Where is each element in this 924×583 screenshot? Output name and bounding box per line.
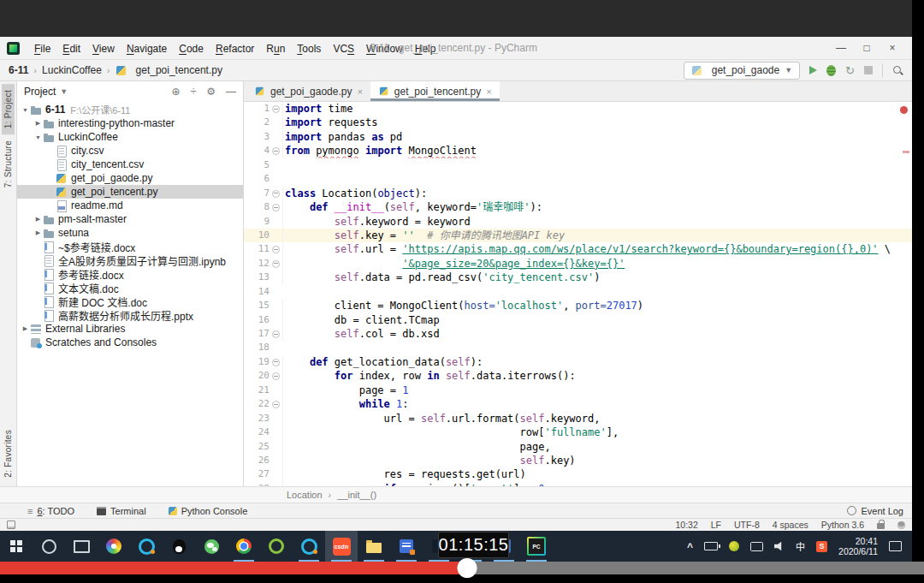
code-line-19[interactable]: 19 def get_location_data(self): bbox=[244, 355, 912, 369]
tree-item[interactable]: 参考链接.docx bbox=[17, 267, 243, 281]
status-item[interactable]: LF bbox=[711, 520, 721, 530]
tab-close-icon[interactable]: × bbox=[357, 86, 362, 97]
breadcrumb-item[interactable]: 6-11 bbox=[9, 64, 28, 76]
fold-marker-icon[interactable] bbox=[272, 246, 280, 253]
breadcrumb-item[interactable]: get_poi_tencent.py bbox=[136, 64, 222, 76]
gear-icon[interactable]: ⚙ bbox=[206, 86, 216, 98]
editor-breadcrumb-item[interactable]: Location bbox=[287, 490, 323, 500]
tree-item[interactable]: get_poi_gaode.py bbox=[17, 171, 243, 185]
expander-open-icon[interactable]: ▼ bbox=[33, 134, 43, 140]
taskbar-file-explorer[interactable] bbox=[358, 531, 390, 562]
search-everywhere-icon[interactable] bbox=[892, 65, 903, 76]
event-log-button[interactable]: Event Log bbox=[847, 506, 903, 516]
ime-indicator[interactable]: 中 bbox=[796, 539, 805, 553]
status-item[interactable]: 4 spaces bbox=[773, 520, 808, 530]
code-line-10[interactable]: 10 self.key = '' # 你申请的腾讯地图API key bbox=[244, 229, 912, 242]
taskbar-green-ring-app[interactable] bbox=[260, 531, 293, 562]
fold-marker-icon[interactable] bbox=[272, 359, 280, 366]
code-line-21[interactable]: 21 page = 1 bbox=[244, 384, 912, 397]
taskbar-pycharm[interactable]: PC bbox=[520, 531, 553, 562]
menu-file[interactable]: File bbox=[28, 43, 56, 55]
tree-item[interactable]: readme.md bbox=[17, 199, 243, 212]
code-line-4[interactable]: 4from pymongo import MongoClient bbox=[244, 144, 912, 158]
taskbar-csdn[interactable]: csdn bbox=[325, 531, 358, 562]
toolwindow-button-structure[interactable]: 7: Structure bbox=[2, 134, 15, 193]
seekbar-handle[interactable] bbox=[458, 558, 477, 578]
tab-close-icon[interactable]: × bbox=[486, 86, 491, 97]
error-stripe-mark[interactable] bbox=[903, 151, 909, 153]
minimize-button[interactable]: — bbox=[828, 42, 854, 54]
tree-item[interactable]: 新建 DOC 文档.doc bbox=[17, 294, 243, 308]
tree-item[interactable]: 文本文稿.doc bbox=[17, 281, 243, 294]
code-line-24[interactable]: 24 row['fullname'], bbox=[244, 425, 912, 439]
lock-icon[interactable] bbox=[877, 523, 885, 529]
debug-button[interactable] bbox=[826, 65, 836, 76]
breadcrumb-item[interactable]: LuckinCoffee bbox=[42, 64, 102, 76]
code-line-3[interactable]: 3import pandas as pd bbox=[244, 130, 912, 144]
code-line-22[interactable]: 22 while 1: bbox=[244, 397, 912, 411]
error-indicator-icon[interactable] bbox=[900, 106, 908, 114]
toolwindow-button-project[interactable]: 1: Project bbox=[2, 84, 15, 134]
taskbar-q-app-2[interactable] bbox=[293, 531, 325, 562]
code-line-8[interactable]: 8 def __init__(self, keyword='瑞幸咖啡'): bbox=[244, 200, 912, 214]
code-line-28[interactable]: 28 if res.json()['count'] > 0: bbox=[244, 482, 912, 486]
sogou-input-icon[interactable]: S bbox=[816, 541, 827, 552]
tree-item[interactable]: ▼LuckinCoffee bbox=[17, 130, 243, 144]
tree-item[interactable]: city_tencent.csv bbox=[17, 158, 243, 171]
expander-open-icon[interactable]: ▼ bbox=[21, 107, 30, 113]
code-line-14[interactable]: 14 bbox=[244, 285, 912, 299]
code-line-5[interactable]: 5 bbox=[244, 158, 912, 172]
code-line-9[interactable]: 9 self.keyword = keyword bbox=[244, 215, 912, 229]
code-area[interactable]: 1import time2import requests3import pand… bbox=[244, 102, 912, 486]
tree-item[interactable]: city.csv bbox=[17, 144, 243, 158]
stop-button[interactable] bbox=[864, 66, 873, 74]
status-item[interactable]: 10:32 bbox=[675, 520, 697, 530]
status-item[interactable]: UTF-8 bbox=[734, 520, 760, 530]
menu-edit[interactable]: Edit bbox=[56, 43, 86, 55]
code-line-13[interactable]: 13 self.data = pd.read_csv('city_tencent… bbox=[244, 271, 912, 284]
tree-item[interactable]: ▼6-11F:\公开课\6-11 bbox=[17, 103, 243, 116]
tree-item[interactable]: Scratches and Consoles bbox=[17, 336, 243, 349]
expander-closed-icon[interactable]: ▶ bbox=[33, 229, 43, 236]
editor-tab[interactable]: get_poi_tencent.py× bbox=[370, 81, 500, 101]
code-line-7[interactable]: 7class Location(object): bbox=[244, 187, 912, 200]
toolwindow-toggle-icon[interactable] bbox=[7, 521, 15, 529]
code-line-1[interactable]: 1import time bbox=[244, 102, 912, 116]
fold-marker-icon[interactable] bbox=[272, 330, 280, 338]
battery-icon[interactable] bbox=[704, 542, 718, 550]
maximize-button[interactable]: □ bbox=[854, 42, 880, 54]
tree-item[interactable]: 高薪数据分析师成长历程.pptx bbox=[17, 308, 243, 322]
taskbar-docs-app[interactable] bbox=[390, 531, 423, 562]
toolwindow-button-favorites[interactable]: 2: Favorites bbox=[2, 424, 15, 484]
tree-item[interactable]: ▶pm-salt-master bbox=[17, 212, 243, 226]
tree-item[interactable]: 全A股财务质量因子计算与回测.ipynb bbox=[17, 253, 243, 267]
volume-icon[interactable] bbox=[774, 541, 785, 551]
display-icon[interactable] bbox=[750, 542, 763, 551]
editor-tab[interactable]: get_poi_gaode.py× bbox=[246, 81, 370, 101]
collapse-all-icon[interactable]: ÷ bbox=[191, 86, 197, 98]
project-panel-title[interactable]: Project bbox=[24, 86, 56, 98]
close-button[interactable]: × bbox=[880, 42, 905, 54]
code-line-11[interactable]: 11 self.url = 'https://apis.map.qq.com/w… bbox=[244, 242, 912, 256]
tree-item[interactable]: ▶External Libraries bbox=[17, 322, 243, 336]
toolwindow-terminal[interactable]: Terminal bbox=[97, 506, 146, 516]
chevron-down-icon[interactable]: ▼ bbox=[60, 87, 68, 96]
taskbar-qq[interactable] bbox=[163, 531, 195, 562]
video-seekbar[interactable] bbox=[0, 562, 924, 574]
code-line-27[interactable]: 27 res = requests.get(url) bbox=[244, 467, 912, 481]
code-line-18[interactable]: 18 bbox=[244, 341, 912, 354]
security-status-icon[interactable] bbox=[729, 541, 739, 551]
taskbar-media-wheel-app[interactable] bbox=[98, 531, 130, 562]
code-line-12[interactable]: 12 '&page_size=20&page_index={}&key={}' bbox=[244, 257, 912, 271]
code-line-6[interactable]: 6 bbox=[244, 172, 912, 186]
taskbar-wechat[interactable] bbox=[195, 531, 228, 562]
coverage-button[interactable]: ↻ bbox=[845, 65, 855, 76]
tree-item[interactable]: ▶setuna bbox=[17, 226, 243, 240]
tray-expand-icon[interactable]: ^ bbox=[687, 541, 693, 553]
fold-marker-icon[interactable] bbox=[272, 147, 280, 155]
fold-marker-icon[interactable] bbox=[272, 401, 280, 408]
fold-marker-icon[interactable] bbox=[272, 372, 280, 380]
code-line-16[interactable]: 16 db = client.TCmap bbox=[244, 313, 912, 327]
menu-navigate[interactable]: Navigate bbox=[121, 43, 173, 55]
tree-item[interactable]: ~$参考链接.docx bbox=[17, 240, 243, 253]
